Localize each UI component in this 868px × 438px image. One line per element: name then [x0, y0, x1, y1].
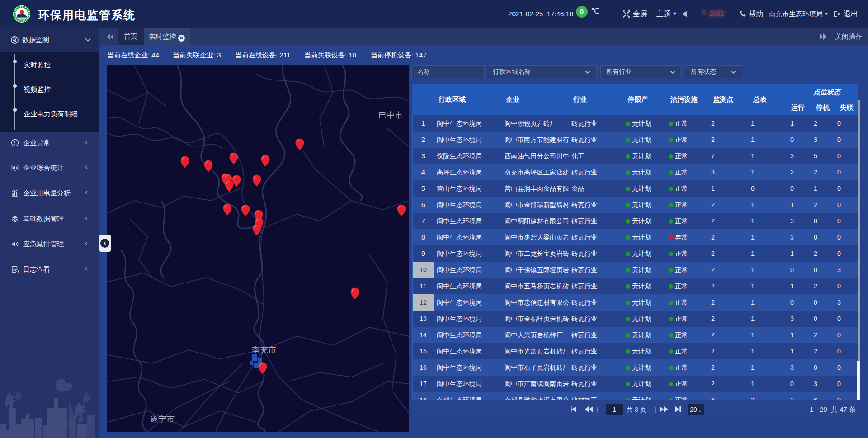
- svg-text:巴中市: 巴中市: [378, 111, 403, 120]
- svg-text:遂宁市: 遂宁市: [150, 414, 175, 424]
- svg-text:南充市: 南充市: [252, 345, 276, 354]
